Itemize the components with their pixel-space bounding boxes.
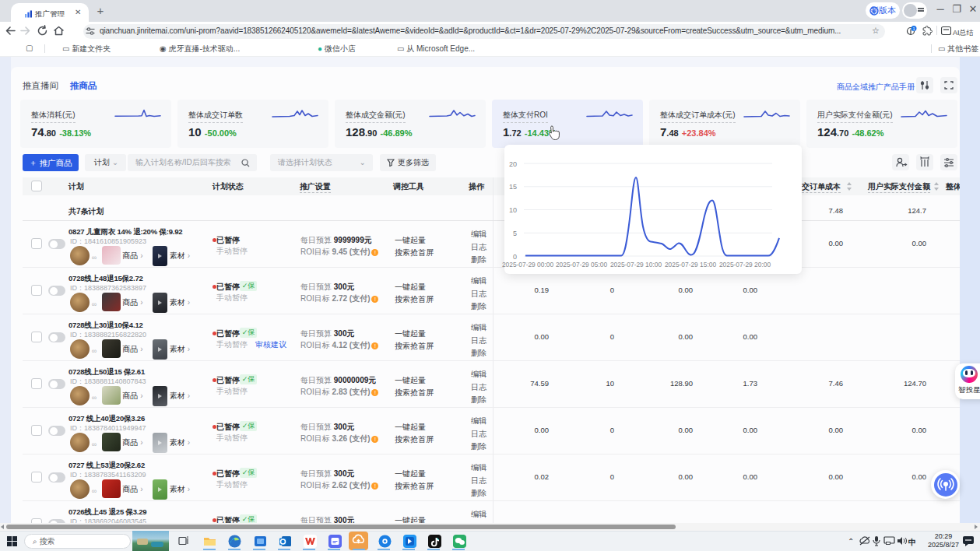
svg-text:2025-07-29 20:00: 2025-07-29 20:00: [719, 261, 771, 268]
svg-text:2025-07-29 05:00: 2025-07-29 05:00: [556, 261, 607, 268]
svg-text:2025-07-29 00:00: 2025-07-29 00:00: [502, 261, 553, 268]
svg-text:10: 10: [509, 206, 517, 214]
svg-text:15: 15: [509, 183, 517, 191]
svg-text:1: 1: [912, 26, 915, 31]
svg-text:5: 5: [513, 230, 517, 237]
svg-text:2025-07-29 15:00: 2025-07-29 15:00: [665, 261, 716, 268]
svg-text:0: 0: [513, 253, 517, 261]
svg-text:2025-07-29 10:00: 2025-07-29 10:00: [610, 261, 662, 268]
svg-text:20: 20: [509, 160, 517, 168]
